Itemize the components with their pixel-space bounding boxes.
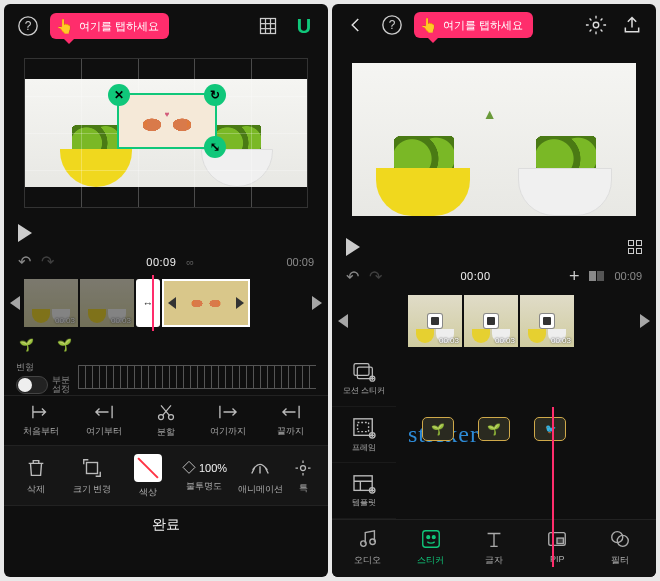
clip-thumb[interactable]: 00:03 — [408, 295, 462, 347]
timeline-prev[interactable] — [10, 296, 20, 310]
clip-thumb[interactable]: 00:03 — [24, 279, 78, 327]
clip-thumb[interactable]: 00:03 — [80, 279, 134, 327]
clip-timeline: 00:03 00:03 ↔ — [4, 277, 328, 331]
delete-button[interactable]: 삭제 — [8, 457, 64, 496]
hint-tooltip[interactable]: 👆 여기를 탭하세요 — [414, 12, 533, 38]
time-current: 00:09 — [146, 256, 176, 268]
color-button[interactable]: 색상 — [120, 454, 176, 499]
delete-handle[interactable]: ✕ — [108, 84, 130, 106]
sticker-track: 🌱 🌱 🐦 — [422, 411, 646, 447]
birds-sticker — [143, 116, 191, 132]
hint-label: 여기를 탭하세요 — [79, 19, 159, 34]
add-button[interactable]: + — [569, 266, 580, 287]
magnet-button[interactable]: U — [290, 12, 318, 40]
timeline-next[interactable] — [640, 314, 650, 328]
scale-handle[interactable]: ⤡ — [204, 136, 226, 158]
sticker-pill[interactable]: 🌱 — [478, 417, 510, 441]
tab-text[interactable]: 글자 — [469, 528, 519, 567]
transport-bar: ↶ ↷ 00:00 + 00:09 — [332, 262, 656, 293]
svg-rect-14 — [358, 422, 369, 431]
play-row — [332, 232, 656, 262]
split-button[interactable]: 분할 — [138, 402, 194, 439]
tab-pip[interactable]: PIP — [532, 528, 582, 567]
rotate-handle[interactable]: ↻ — [204, 84, 226, 106]
editor-main-screen: ? 👆 여기를 탭하세요 ▲ ↶ ↷ 00:00 — [332, 4, 656, 577]
svg-rect-13 — [354, 418, 372, 435]
grid-toggle-button[interactable] — [254, 12, 282, 40]
seedling-sticker-preview: ▲ — [483, 106, 497, 122]
sticker-pill[interactable]: 🐦 — [534, 417, 566, 441]
playhead[interactable] — [552, 407, 554, 567]
play-row — [4, 218, 328, 248]
timeline-prev[interactable] — [338, 314, 348, 328]
svg-point-22 — [432, 536, 435, 539]
side-panel: 모션 스티커 프레임 템플릿 — [332, 351, 396, 519]
trim-to-here-button[interactable]: 여기까지 — [200, 403, 256, 438]
svg-point-21 — [427, 536, 430, 539]
animation-button[interactable]: 애니메이션 — [232, 457, 288, 496]
tracks-area: 모션 스티커 프레임 템플릿 sticker 🌱 🌱 🐦 — [332, 351, 656, 519]
bottom-tabs: 오디오 스티커 글자 PIP 필터 — [332, 519, 656, 577]
settings-button[interactable] — [582, 11, 610, 39]
play-button[interactable] — [18, 224, 32, 242]
export-button[interactable] — [618, 11, 646, 39]
preview-area: ▲ — [342, 47, 646, 232]
clip-selected[interactable] — [162, 279, 250, 327]
seedling-icon[interactable]: 🌱 — [54, 336, 74, 354]
trim-to-end-button[interactable]: 끝까지 — [263, 403, 319, 438]
tab-audio[interactable]: 오디오 — [343, 528, 393, 567]
undo-icon[interactable]: ↶ — [18, 252, 31, 271]
timeline-next[interactable] — [312, 296, 322, 310]
hint-label: 여기를 탭하세요 — [443, 18, 523, 33]
help-button[interactable]: ? — [378, 11, 406, 39]
time-total: 00:09 — [286, 256, 314, 268]
tab-sticker[interactable]: 스티커 — [406, 528, 456, 567]
effect-button[interactable]: 특 — [288, 458, 318, 495]
tab-filter[interactable]: 필터 — [595, 528, 645, 567]
undo-icon[interactable]: ↶ — [346, 267, 359, 286]
partial-toggle[interactable] — [16, 376, 48, 394]
tap-hand-icon: 👆 — [420, 17, 437, 33]
motion-sticker-side-button[interactable]: 모션 스티커 — [332, 351, 396, 407]
clip-thumb[interactable]: 00:03 — [464, 295, 518, 347]
svg-text:?: ? — [389, 18, 396, 32]
done-button[interactable]: 완료 — [4, 505, 328, 544]
svg-rect-2 — [261, 19, 276, 34]
drag-handle[interactable]: ↔ — [136, 279, 160, 327]
hint-tooltip[interactable]: 👆 여기를 탭하세요 — [50, 13, 169, 39]
clip-trim-right[interactable] — [236, 297, 244, 309]
opacity-button[interactable]: 100% 불투명도 — [176, 460, 232, 493]
main-timeline: 00:03 00:03 00:03 — [332, 293, 656, 352]
top-bar: ? 👆 여기를 탭하세요 — [332, 4, 656, 47]
resize-button[interactable]: 크기 변경 — [64, 457, 120, 496]
svg-rect-20 — [423, 531, 440, 548]
ruler[interactable] — [78, 365, 316, 389]
sticker-pill[interactable]: 🌱 — [422, 417, 454, 441]
time-current: 00:00 — [460, 270, 490, 282]
trim-from-start-button[interactable]: 처음부터 — [13, 403, 69, 438]
trim-tools-row: 처음부터 여기부터 분할 여기까지 끝까지 — [4, 395, 328, 445]
playhead[interactable] — [152, 275, 154, 331]
trim-from-here-button[interactable]: 여기부터 — [76, 403, 132, 438]
sticker-selection-box[interactable]: ♥ ✕ ↻ ⤡ — [117, 93, 217, 149]
seedling-icon[interactable]: 🌱 — [16, 336, 36, 354]
tap-hand-icon: 👆 — [56, 18, 73, 34]
svg-rect-5 — [87, 463, 98, 474]
svg-rect-16 — [354, 475, 372, 490]
frame-side-button[interactable]: 프레임 — [332, 407, 396, 463]
editor-detail-screen: ? 👆 여기를 탭하세요 U ♥ — [4, 4, 328, 577]
back-button[interactable] — [342, 11, 370, 39]
template-side-button[interactable]: 템플릿 — [332, 463, 396, 519]
redo-icon[interactable]: ↷ — [41, 252, 54, 271]
fullscreen-button[interactable] — [628, 240, 642, 254]
help-button[interactable]: ? — [14, 12, 42, 40]
clip-trim-left[interactable] — [168, 297, 176, 309]
preview-canvas[interactable]: ▲ — [352, 57, 636, 222]
clip-thumb[interactable]: 00:03 — [520, 295, 574, 347]
layers-icon[interactable] — [589, 271, 604, 281]
preview-canvas[interactable]: ♥ ✕ ↻ ⤡ — [24, 58, 308, 208]
play-button[interactable] — [346, 238, 360, 256]
sticker-markers-row: 🌱 🌱 — [4, 331, 328, 359]
transform-label: 변형 — [16, 361, 70, 374]
redo-icon[interactable]: ↷ — [369, 267, 382, 286]
